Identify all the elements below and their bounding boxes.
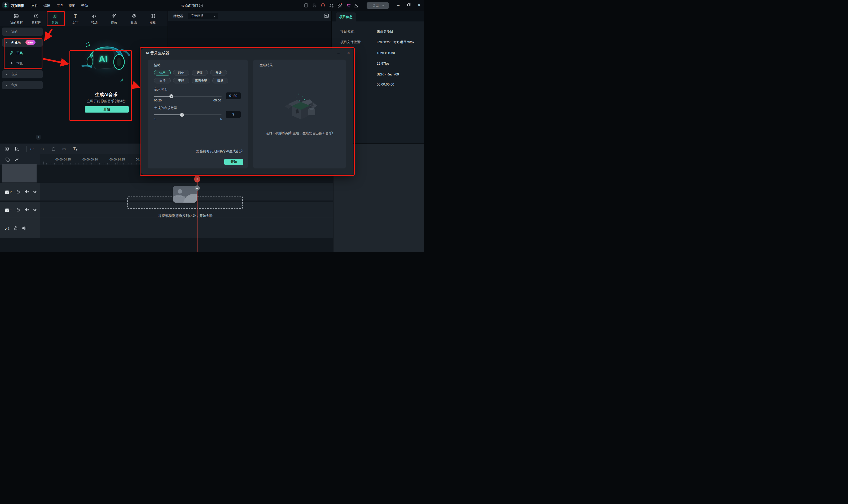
undo-icon[interactable]: ↩ [29, 146, 35, 152]
sidebar-group-ai-music[interactable]: ▾ AI音乐 NEW [2, 38, 43, 47]
lock-open-icon[interactable] [14, 226, 18, 231]
select-cursor-icon[interactable] [14, 146, 20, 152]
emotion-hopeful-button[interactable]: 充满希望 [192, 78, 210, 84]
tab-my-media[interactable]: 我的素材 [8, 13, 25, 25]
asset-tabs-bar: 我的素材 素材库 ♫ 音频 T 文字 转场 [0, 11, 168, 26]
sidebar-item-download[interactable]: 下载 [2, 60, 43, 67]
menu-tools[interactable]: 工具 [56, 3, 63, 8]
tab-text[interactable]: T 文字 [67, 13, 84, 25]
add-clip-icon[interactable] [4, 157, 10, 162]
player-label: 播放器 [173, 14, 184, 19]
info-value: SDR - Rec.709 [377, 73, 399, 76]
emotion-uplifting-button[interactable]: 进取 [192, 70, 208, 75]
tab-transition[interactable]: 转场 [86, 13, 103, 25]
timeline-dropzone[interactable] [127, 197, 243, 209]
sidebar-group-music[interactable]: ▸ 音乐 [2, 70, 43, 78]
mute-speaker-icon[interactable] [22, 226, 27, 231]
dialog-title: AI 音乐生成器 [145, 51, 169, 56]
menu-view[interactable]: 视图 [68, 3, 75, 8]
cart-icon[interactable] [346, 3, 351, 8]
hide-eye-icon[interactable] [33, 208, 37, 213]
templates-icon [150, 13, 155, 19]
info-value: C:/Users/...命名项目.wfpx [377, 40, 414, 44]
save-icon[interactable] [312, 3, 317, 8]
caret-right-icon: ▸ [2, 84, 11, 87]
emotion-happy-button[interactable]: 快乐 [154, 70, 171, 75]
timeline-drop-hint: 将视频和资源拖拽到此处，开始创作 [101, 214, 271, 218]
layout-panel-icon[interactable] [304, 3, 309, 8]
menu-file[interactable]: 文件 [31, 3, 38, 8]
playhead-scissors-badge[interactable]: ✂ [194, 176, 200, 182]
redo-icon[interactable]: ↪ [39, 146, 45, 152]
ai-music-generator-dialog: AI 音乐生成器 – × 情绪 快乐 悲伤 进取 舒缓 史诗 宁静 充满希望 情… [141, 49, 353, 175]
caret-down-icon: ▾ [2, 41, 11, 44]
audio-track-icon: ♪ 1 [5, 226, 10, 231]
info-value: 00:00:00:00 [377, 83, 394, 86]
tab-project-info[interactable]: 项目信息 [336, 13, 356, 21]
menu-help[interactable]: 帮助 [81, 3, 88, 8]
unlink-curve-icon[interactable] [14, 157, 20, 162]
support-headset-icon[interactable] [329, 3, 334, 8]
mute-speaker-icon[interactable] [24, 190, 29, 195]
account-icon[interactable] [353, 3, 359, 8]
empty-box-illustration [282, 91, 319, 124]
sync-alert-icon[interactable] [321, 3, 326, 8]
lock-open-icon[interactable] [16, 190, 20, 195]
emotion-sad-button[interactable]: 悲伤 [173, 70, 189, 75]
sidebar-collapse-button[interactable]: ‹ [36, 135, 40, 140]
mute-speaker-icon[interactable] [24, 208, 29, 213]
count-min: 1 [154, 117, 156, 121]
app-title: 万兴喵影 [11, 3, 24, 8]
apps-grid-icon[interactable] [337, 3, 342, 8]
unlimited-note: 您当前可以无限畅享AI生成音乐! [196, 149, 243, 154]
hide-eye-icon[interactable] [33, 190, 37, 195]
timeline-left-tools [0, 155, 40, 165]
tab-audio[interactable]: ♫ 音频 [46, 13, 63, 25]
text-tool-icon[interactable]: T [72, 146, 78, 152]
duration-min: 00:20 [154, 99, 162, 102]
dialog-close-button[interactable]: × [345, 50, 352, 56]
sidebar-group-my[interactable]: ▸ 我的 [2, 28, 43, 36]
split-scissors-icon[interactable]: ✂ [61, 146, 67, 152]
promo-start-button[interactable]: 开始 [85, 106, 129, 112]
count-slider[interactable] [154, 114, 222, 115]
sidebar-item-tools[interactable]: 工具 [2, 49, 43, 57]
emotion-relaxing-button[interactable]: 舒缓 [210, 70, 227, 75]
quality-dropdown[interactable]: 完整画质 [188, 13, 218, 19]
duration-value-box[interactable]: 01:30 [226, 92, 241, 99]
emotion-emotional-button[interactable]: 情感 [212, 78, 228, 84]
playhead-remove-handle[interactable]: – [194, 185, 200, 191]
tab-effects[interactable]: 特效 [105, 13, 122, 25]
dialog-minimize-button[interactable]: – [335, 50, 342, 56]
count-slider-knob[interactable] [180, 113, 184, 117]
generate-start-button[interactable]: 开始 [224, 159, 243, 165]
emotion-epic-button[interactable]: 史诗 [154, 78, 171, 84]
duration-slider[interactable] [154, 96, 222, 97]
window-restore-button[interactable] [406, 3, 412, 7]
results-hint: 选择不同的情绪和主题，生成您自己的AI音乐! [253, 131, 346, 136]
tab-stickers[interactable]: 贴纸 [125, 13, 142, 25]
export-button[interactable]: 导出 [367, 2, 389, 9]
filmora-app-window: 万兴喵影 文件 编辑 工具 视图 帮助 未命名项目 [0, 0, 424, 252]
scopes-icon[interactable] [324, 13, 329, 19]
tab-templates[interactable]: 模板 [144, 13, 161, 25]
lock-open-icon[interactable] [16, 208, 20, 213]
count-value-box[interactable]: 3 [226, 111, 241, 118]
wrench-icon [10, 51, 16, 55]
delete-icon[interactable] [51, 146, 56, 152]
caret-right-icon: ▸ [2, 73, 11, 76]
duration-slider-knob[interactable] [169, 94, 173, 98]
audio-icon: ♫ [53, 13, 57, 19]
media-blocks-icon[interactable] [4, 146, 10, 152]
emotion-calm-button[interactable]: 宁静 [173, 78, 189, 84]
svg-text:AI: AI [98, 54, 108, 64]
window-minimize-button[interactable]: – [396, 3, 401, 7]
track-lane-audio1[interactable] [40, 218, 333, 238]
info-label: 项目文件位置: [340, 40, 361, 44]
text-icon: T [74, 13, 77, 19]
sidebar-group-sfx[interactable]: ▸ 音效 [2, 81, 43, 89]
window-close-button[interactable]: × [416, 3, 422, 7]
tab-stock-media[interactable]: 素材库 [28, 13, 45, 25]
menu-edit[interactable]: 编辑 [44, 3, 50, 8]
generator-settings-card: 情绪 快乐 悲伤 进取 舒缓 史诗 宁静 充满希望 情感 音乐时长 00:20 … [148, 59, 248, 168]
